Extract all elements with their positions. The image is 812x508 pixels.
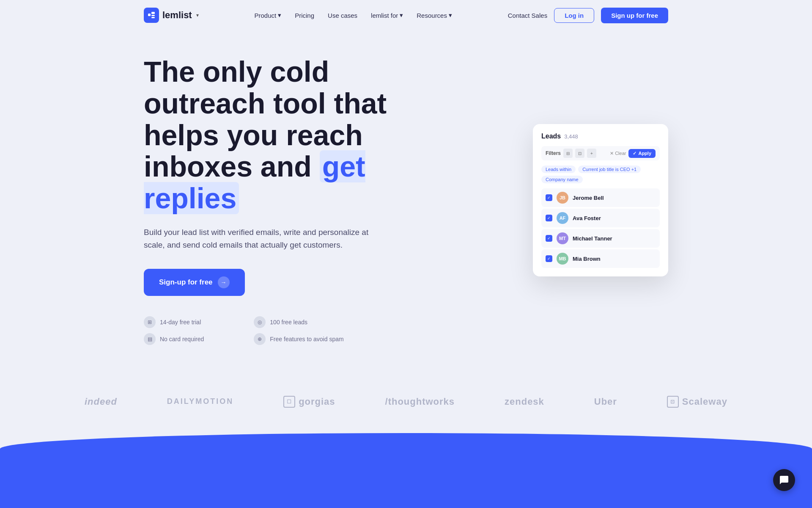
- hero-illustration: Leads 3,448 Filters ⊟ ⊡ + ✕ Clear ✓ Appl…: [533, 124, 668, 276]
- nav-use-cases[interactable]: Use cases: [328, 12, 357, 19]
- logo-scaleway: ⊡ Scaleway: [667, 396, 727, 408]
- logo-gorgias: ☐ gorgias: [283, 396, 335, 408]
- logo-chevron-icon: ▾: [196, 12, 199, 18]
- logo[interactable]: lemlist ▾: [144, 8, 199, 23]
- logo-dailymotion: DAILYMOTION: [167, 397, 233, 406]
- lead-row: ✓ AF Ava Foster: [541, 209, 660, 227]
- product-chevron-icon: ▾: [278, 11, 281, 19]
- nav-lemlist-for[interactable]: lemlist for ▾: [371, 11, 403, 19]
- logo-thoughtworks: /thoughtworks: [385, 396, 455, 407]
- logos-strip: indeed DAILYMOTION ☐ gorgias /thoughtwor…: [0, 379, 812, 425]
- filter-icon-btn-1[interactable]: ⊟: [563, 149, 573, 158]
- feature-trial: ⊞ 14-day free trial: [144, 316, 233, 328]
- filter-tag-3[interactable]: Company name: [541, 176, 583, 183]
- leads-list: ✓ JB Jerome Bell ✓ AF Ava Foster ✓ MT Mi…: [541, 188, 660, 268]
- lead-checkbox-3[interactable]: ✓: [546, 235, 552, 242]
- login-button[interactable]: Log in: [554, 8, 594, 23]
- nav-resources[interactable]: Resources ▾: [417, 11, 452, 19]
- lead-row: ✓ JB Jerome Bell: [541, 188, 660, 207]
- cta-arrow-icon: →: [218, 276, 230, 288]
- svg-rect-1: [151, 12, 155, 14]
- signup-hero-button[interactable]: Sign-up for free →: [144, 269, 245, 296]
- lead-checkbox-1[interactable]: ✓: [546, 194, 552, 201]
- lead-avatar-3: MT: [557, 232, 568, 244]
- hero-cta-row: Sign-up for free → ⊞ 14-day free trial ◎…: [144, 269, 423, 345]
- logo-wordmark: lemlist: [162, 10, 192, 21]
- nav-pricing[interactable]: Pricing: [295, 12, 314, 19]
- lead-name-2: Ava Foster: [573, 215, 601, 221]
- filter-clear-button[interactable]: ✕ Clear: [610, 151, 626, 156]
- lead-name-3: Michael Tanner: [573, 235, 612, 242]
- active-filters: Leads within Current job title is CEO +1…: [541, 166, 660, 183]
- filter-tag-1[interactable]: Leads within: [541, 166, 576, 173]
- hero-section: The only cold outreach tool that helps y…: [0, 30, 812, 379]
- nav-links: Product ▾ Pricing Use cases lemlist for …: [254, 11, 452, 19]
- lemlist-chevron-icon: ▾: [400, 11, 403, 19]
- contact-sales-link[interactable]: Contact Sales: [508, 12, 547, 19]
- svg-rect-0: [148, 14, 151, 16]
- lead-checkbox-2[interactable]: ✓: [546, 215, 552, 221]
- leads-icon: ◎: [254, 316, 266, 328]
- navbar: lemlist ▾ Product ▾ Pricing Use cases le…: [0, 0, 812, 30]
- feature-no-card: ▤ No card required: [144, 333, 233, 345]
- lead-avatar-4: MB: [557, 253, 568, 265]
- lead-row: ✓ MB Mia Brown: [541, 249, 660, 268]
- scaleway-icon: ⊡: [667, 396, 679, 408]
- lead-name-4: Mia Brown: [573, 256, 601, 262]
- filter-tag-2[interactable]: Current job title is CEO +1: [578, 166, 641, 173]
- lead-checkbox-4[interactable]: ✓: [546, 255, 552, 262]
- nav-product[interactable]: Product ▾: [254, 11, 281, 19]
- feature-spam: ⊕ Free features to avoid spam: [254, 333, 343, 345]
- bottom-wave: [0, 433, 812, 508]
- spam-icon: ⊕: [254, 333, 266, 345]
- lead-name-1: Jerome Bell: [573, 195, 604, 201]
- hero-content: The only cold outreach tool that helps y…: [144, 56, 423, 345]
- logo-uber: Uber: [594, 396, 617, 407]
- chat-icon: [779, 475, 789, 485]
- trial-icon: ⊞: [144, 316, 156, 328]
- no-card-icon: ▤: [144, 333, 156, 345]
- leads-card: Leads 3,448 Filters ⊟ ⊡ + ✕ Clear ✓ Appl…: [533, 124, 668, 276]
- features-list: ⊞ 14-day free trial ◎ 100 free leads ▤ N…: [144, 316, 344, 345]
- hero-title: The only cold outreach tool that helps y…: [144, 56, 423, 214]
- svg-rect-3: [151, 17, 155, 18]
- svg-rect-2: [151, 15, 155, 16]
- filter-icon-btn-2[interactable]: ⊡: [575, 149, 584, 158]
- lead-avatar-2: AF: [557, 212, 568, 224]
- signup-nav-button[interactable]: Sign up for free: [601, 8, 668, 23]
- logo-indeed: indeed: [85, 396, 117, 407]
- lead-row: ✓ MT Michael Tanner: [541, 229, 660, 248]
- hero-subtitle: Build your lead list with verified email…: [144, 226, 389, 252]
- filters-row: Filters ⊟ ⊡ + ✕ Clear ✓ Apply: [541, 146, 660, 160]
- chat-button[interactable]: [773, 469, 795, 491]
- logo-icon: [144, 8, 159, 23]
- filter-apply-button[interactable]: ✓ Apply: [628, 149, 656, 158]
- feature-leads: ◎ 100 free leads: [254, 316, 343, 328]
- hero-title-highlight: get replies: [144, 150, 365, 214]
- bottom-wave-section: [0, 433, 812, 508]
- gorgias-icon: ☐: [283, 396, 295, 408]
- lead-avatar-1: JB: [557, 192, 568, 204]
- resources-chevron-icon: ▾: [449, 11, 452, 19]
- filter-icon-btn-3[interactable]: +: [587, 149, 596, 158]
- logo-zendesk: zendesk: [505, 396, 544, 407]
- nav-actions: Contact Sales Log in Sign up for free: [508, 8, 668, 23]
- leads-card-header: Leads 3,448: [541, 133, 660, 140]
